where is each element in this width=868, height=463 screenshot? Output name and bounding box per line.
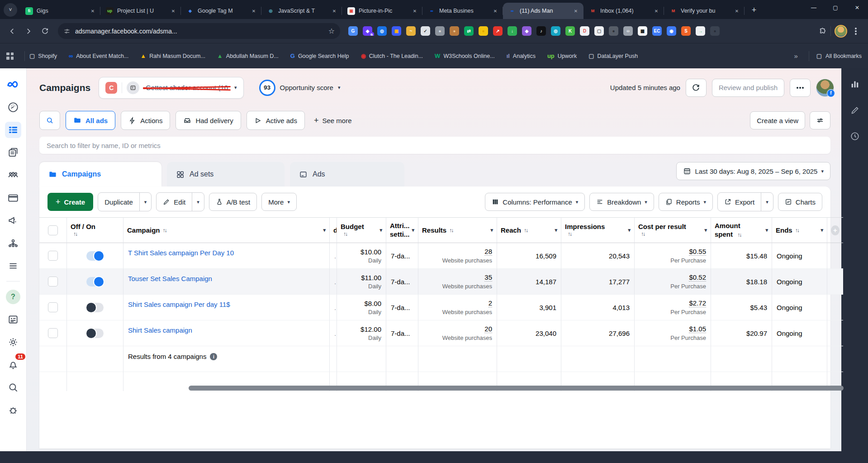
extension-icon[interactable]: ● bbox=[609, 26, 618, 36]
col-campaign[interactable]: Campaign↑↓ ▾ bbox=[123, 217, 329, 243]
sidebar-item-billing[interactable] bbox=[5, 190, 21, 206]
charts-button[interactable]: Charts bbox=[778, 193, 822, 211]
tab-close-icon[interactable]: ✕ bbox=[652, 7, 660, 15]
sidebar-item-notifications[interactable]: 11 bbox=[5, 357, 21, 373]
extension-icon[interactable]: ◎ bbox=[551, 26, 560, 36]
search-input[interactable] bbox=[39, 137, 830, 154]
browser-tab[interactable]: ∞ (11) Ads Man ✕ bbox=[503, 3, 583, 19]
meta-logo[interactable] bbox=[5, 76, 21, 93]
sidebar-item-campaigns[interactable] bbox=[5, 122, 21, 138]
col-add-column[interactable]: + bbox=[827, 217, 843, 243]
browser-tab[interactable]: ∞ Meta Busines ✕ bbox=[422, 3, 503, 19]
ab-test-button[interactable]: A/B test bbox=[209, 193, 257, 211]
sidebar-item-assets[interactable] bbox=[5, 235, 21, 251]
date-range-picker[interactable]: Last 30 days: Aug 8, 2025 – Sep 6, 2025 … bbox=[676, 162, 830, 180]
sidebar-item-advertise[interactable] bbox=[5, 212, 21, 229]
browser-tab[interactable]: ◎ JavaScript & T ✕ bbox=[261, 3, 342, 19]
back-button[interactable] bbox=[5, 24, 20, 39]
performance-charts-button[interactable] bbox=[850, 79, 860, 89]
see-more-button[interactable]: + See more bbox=[310, 116, 356, 125]
horizontal-scrollbar[interactable] bbox=[189, 386, 844, 391]
campaign-toggle[interactable] bbox=[86, 277, 104, 286]
tab-close-icon[interactable]: ✕ bbox=[250, 7, 258, 15]
sidebar-item-report-problem[interactable] bbox=[5, 402, 21, 418]
col-results[interactable]: Results↑↓ ▾ bbox=[418, 217, 497, 243]
extension-icon[interactable]: ▢ bbox=[594, 26, 604, 36]
breakdown-button[interactable]: Breakdown ▾ bbox=[589, 193, 654, 211]
sidebar-item-settings[interactable] bbox=[5, 334, 21, 350]
extension-icon[interactable]: → bbox=[696, 26, 705, 36]
filter-active-ads[interactable]: Active ads bbox=[247, 111, 305, 130]
tab-close-icon[interactable]: ✕ bbox=[491, 7, 499, 15]
extension-icon[interactable]: D bbox=[580, 26, 589, 36]
extension-icon[interactable]: ♪ bbox=[536, 26, 546, 36]
browser-tab[interactable]: M Inbox (1,064) ✕ bbox=[583, 3, 664, 19]
extension-icon[interactable]: S bbox=[681, 26, 691, 36]
export-caret-button[interactable]: ▾ bbox=[761, 193, 773, 211]
edit-button[interactable]: Edit bbox=[157, 193, 192, 211]
tab-close-icon[interactable]: ✕ bbox=[411, 7, 419, 15]
tab-campaigns[interactable]: Campaigns bbox=[39, 162, 161, 186]
extension-icon[interactable]: ◈ bbox=[522, 26, 531, 36]
filter-actions[interactable]: Actions bbox=[121, 111, 170, 130]
ad-account-selector[interactable]: C Gettest ahader account (10 ▾ bbox=[99, 77, 243, 99]
sidebar-item-search[interactable] bbox=[5, 379, 21, 396]
extension-icon[interactable]: ⇄ bbox=[464, 26, 474, 36]
col-impressions[interactable]: Impressions↑↓ ▾ bbox=[561, 217, 634, 243]
row-checkbox[interactable] bbox=[48, 302, 58, 312]
refresh-button[interactable] bbox=[686, 79, 707, 97]
sidebar-item-ads-reporting[interactable] bbox=[5, 144, 21, 161]
create-a-view-button[interactable]: Create a view bbox=[750, 111, 805, 129]
sidebar-item-help[interactable]: ? bbox=[5, 289, 21, 305]
row-checkbox[interactable] bbox=[48, 251, 58, 261]
row-checkbox[interactable] bbox=[48, 328, 58, 338]
maximize-button[interactable]: ▢ bbox=[825, 0, 846, 15]
extension-icon[interactable]: ● bbox=[479, 26, 488, 36]
sidebar-item-audiences[interactable] bbox=[5, 167, 21, 183]
bookmark-item[interactable]: ▢ DataLayer Push bbox=[588, 53, 638, 59]
sidebar-item-all-tools[interactable] bbox=[5, 258, 21, 274]
reports-button[interactable]: Reports ▾ bbox=[659, 193, 713, 211]
new-tab-button[interactable]: + bbox=[747, 3, 761, 17]
apps-grid-icon[interactable] bbox=[6, 53, 14, 60]
extension-icon[interactable]: K bbox=[565, 26, 575, 36]
tab-close-icon[interactable]: ✕ bbox=[330, 7, 338, 15]
extension-icon[interactable]: ◆9 bbox=[363, 26, 372, 36]
bookmark-item[interactable]: ▲ Rahi Masum Docum... bbox=[140, 53, 205, 59]
tab-ad-sets[interactable]: Ad sets bbox=[167, 162, 285, 186]
filter-all-ads[interactable]: All ads bbox=[66, 111, 115, 130]
campaign-name-link[interactable]: T Shirt Sales campaign Per Day 10 bbox=[128, 249, 234, 257]
browser-tab[interactable]: ▣ Picture-in-Pic ✕ bbox=[342, 3, 422, 19]
browser-tab[interactable]: ◆ Google Tag M ✕ bbox=[181, 3, 261, 19]
extension-icon[interactable]: ▣ bbox=[392, 26, 401, 36]
duplicate-caret-button[interactable]: ▾ bbox=[139, 193, 152, 211]
campaign-toggle[interactable] bbox=[86, 329, 104, 338]
bookmark-item[interactable]: G Google Search Help bbox=[290, 53, 349, 59]
minimize-button[interactable]: — bbox=[803, 0, 825, 15]
browser-tab[interactable]: fi Gigs ✕ bbox=[20, 3, 100, 19]
campaign-name-link[interactable]: Shirt Sales campaign bbox=[128, 326, 192, 334]
browser-profile-avatar[interactable] bbox=[835, 25, 847, 38]
close-button[interactable]: ✕ bbox=[846, 0, 868, 15]
bookmark-star-icon[interactable]: ☆ bbox=[328, 27, 335, 35]
more-button[interactable]: More ▾ bbox=[261, 193, 297, 211]
duplicate-button[interactable]: Duplicate bbox=[98, 193, 139, 211]
history-button[interactable] bbox=[850, 131, 860, 141]
info-icon[interactable]: i bbox=[210, 353, 217, 360]
extension-icon[interactable]: ✓ bbox=[421, 26, 430, 36]
col-cost-per-result[interactable]: Cost per result↑↓ ▾ bbox=[634, 217, 711, 243]
filter-had-delivery[interactable]: Had delivery bbox=[175, 111, 241, 130]
extension-icon[interactable]: EC bbox=[652, 26, 662, 36]
edit-caret-button[interactable]: ▾ bbox=[192, 193, 204, 211]
extensions-puzzle-icon[interactable] bbox=[819, 27, 827, 35]
address-bar[interactable]: adsmanager.facebook.com/adsma... ☆ bbox=[58, 23, 340, 39]
extension-icon[interactable]: G bbox=[348, 26, 358, 36]
forward-button[interactable] bbox=[21, 24, 36, 39]
campaign-name-link[interactable]: Shirt Sales campaign Per day 11$ bbox=[128, 301, 230, 308]
bookmark-item[interactable]: ∞ About Event Match... bbox=[69, 53, 128, 59]
site-info-icon[interactable] bbox=[63, 28, 71, 35]
select-all-checkbox[interactable] bbox=[48, 225, 58, 235]
col-amount-spent[interactable]: Amountspent ↑↓ ▾ bbox=[711, 217, 772, 243]
campaign-toggle[interactable] bbox=[86, 251, 104, 261]
tab-close-icon[interactable]: ✕ bbox=[572, 7, 580, 15]
